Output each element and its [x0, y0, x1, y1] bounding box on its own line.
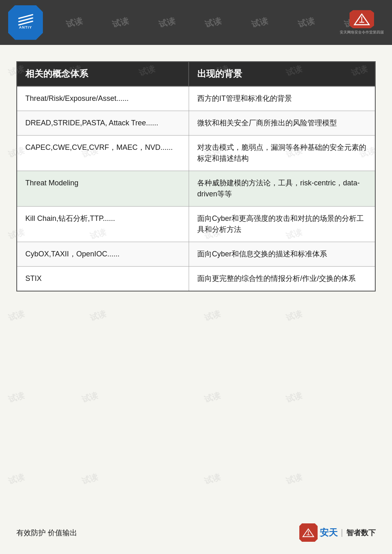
page-watermark-20: 试读 — [80, 389, 99, 405]
brand-svg-icon — [354, 13, 370, 25]
brand-logo-icon — [350, 10, 374, 29]
table-cell-right: 面向Cyber和信息交换的描述和标准体系 — [189, 242, 375, 267]
col-right-header: 出现的背景 — [189, 62, 375, 86]
table-cell-right: 面向Cyber和更高强度的攻击和对抗的场景的分析工具和分析方法 — [189, 207, 375, 242]
col-left-header: 相关的概念体系 — [17, 62, 189, 86]
header-wm-1: 试读 — [65, 15, 84, 30]
footer-logo-icon — [299, 523, 318, 542]
table-cell-left: DREAD,STRIDE,PASTA, Attack Tree...... — [17, 111, 189, 136]
antiy-logo: ANTIY — [8, 5, 43, 40]
logo-label: ANTIY — [19, 25, 32, 29]
logo-lines — [18, 16, 33, 24]
footer-svg-icon — [302, 528, 314, 537]
header-bar: ANTIY 试读 试读 试读 试读 试读 试读 试读 安天网络安全令作堂第四届 — [0, 0, 392, 45]
table-row: DREAD,STRIDE,PASTA, Attack Tree......微软和… — [17, 111, 375, 136]
table-row: CybOX,TAXII，OpenIOC......面向Cyber和信息交换的描述… — [17, 242, 375, 267]
footer: 有效防护 价值输出 安天 | 智者数下 — [0, 523, 392, 542]
page-watermark-18: 试读 — [285, 308, 303, 323]
table-cell-left: STIX — [17, 267, 189, 291]
concept-table: 相关的概念体系 出现的背景 Threat/Risk/Exposure/Asset… — [16, 61, 376, 291]
header-wm-6: 试读 — [297, 15, 316, 30]
table-cell-left: Threat Modeling — [17, 171, 189, 207]
table-row: Threat Modeling各种威胁建模的方法论，工具，risk-centri… — [17, 171, 375, 207]
table-cell-right: 面向更完整的综合性的情报分析/作业/交换的体系 — [189, 267, 375, 291]
footer-tagline: 有效防护 价值输出 — [16, 528, 77, 538]
page-watermark-19: 试读 — [7, 389, 26, 405]
header-wm-2: 试读 — [111, 15, 130, 30]
footer-logo-text: 安天 — [320, 527, 338, 539]
footer-logo: 安天 | 智者数下 — [299, 523, 376, 542]
page-watermark-17: 试读 — [203, 308, 222, 323]
footer-separator: | — [341, 528, 343, 537]
table-row: CAPEC,CWE,CVE,CVRF，MAEC，NVD......对攻击模式，脆… — [17, 136, 375, 171]
table-row: Kill Chain,钻石分析,TTP......面向Cyber和更高强度的攻击… — [17, 207, 375, 242]
page-watermark-16: 试读 — [89, 308, 107, 323]
header-wm-4: 试读 — [204, 15, 223, 30]
header-wm-5: 试读 — [250, 15, 269, 30]
header-brand: 安天网络安全令作堂第四届 — [340, 10, 384, 35]
table-cell-left: Threat/Risk/Exposure/Asset...... — [17, 86, 189, 111]
table-cell-right: 对攻击模式，脆弱点，漏洞等各种基础的安全元素的标定和描述结构 — [189, 136, 375, 171]
table-cell-right: 西方的IT管理和标准化的背景 — [189, 86, 375, 111]
table-body: Threat/Risk/Exposure/Asset......西方的IT管理和… — [17, 86, 375, 291]
page-watermark-24: 试读 — [80, 471, 99, 487]
header-watermarks: 试读 试读 试读 试读 试读 试读 试读 — [43, 17, 384, 28]
page-watermark-15: 试读 — [7, 308, 26, 323]
table-cell-right: 微软和相关安全厂商所推出的风险管理模型 — [189, 111, 375, 136]
page-watermark-21: 试读 — [203, 389, 222, 405]
table-cell-right: 各种威胁建模的方法论，工具，risk-centric，data-driven等等 — [189, 171, 375, 207]
page-watermark-25: 试读 — [203, 471, 222, 487]
brand-subtitle: 安天网络安全令作堂第四届 — [340, 30, 384, 35]
page-watermark-26: 试读 — [285, 471, 303, 487]
header-wm-3: 试读 — [158, 15, 176, 30]
table-cell-left: CAPEC,CWE,CVE,CVRF，MAEC，NVD...... — [17, 136, 189, 171]
table-row: STIX面向更完整的综合性的情报分析/作业/交换的体系 — [17, 267, 375, 291]
main-content: 相关的概念体系 出现的背景 Threat/Risk/Exposure/Asset… — [0, 45, 392, 300]
page-watermark-23: 试读 — [7, 471, 26, 487]
table-row: Threat/Risk/Exposure/Asset......西方的IT管理和… — [17, 86, 375, 111]
footer-logo-slogan: 智者数下 — [346, 528, 376, 538]
table-cell-left: Kill Chain,钻石分析,TTP...... — [17, 207, 189, 242]
page-watermark-22: 试读 — [285, 389, 303, 405]
table-cell-left: CybOX,TAXII，OpenIOC...... — [17, 242, 189, 267]
